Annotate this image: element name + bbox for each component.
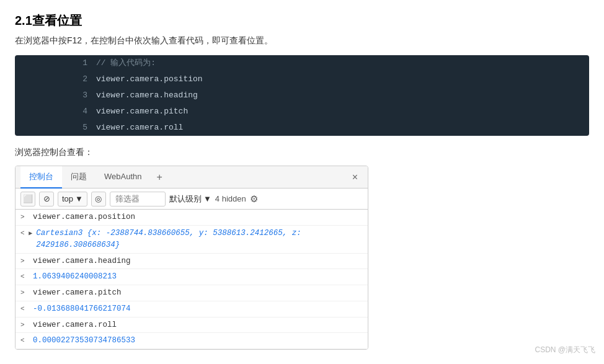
line-number: 2 <box>15 71 94 87</box>
clear-console-button[interactable]: ⬜ <box>20 192 35 206</box>
watermark: CSDN @满天飞飞 <box>535 345 595 355</box>
code-line: viewer.camera.position <box>94 71 589 87</box>
console-arrow-icon: < <box>20 271 29 282</box>
default-level-dropdown[interactable]: 默认级别 ▼ <box>169 193 211 205</box>
code-line: viewer.camera.roll <box>94 120 589 136</box>
tab-issues[interactable]: 问题 <box>62 166 95 189</box>
tab-console[interactable]: 控制台 <box>20 166 62 189</box>
console-line: >viewer.camera.roll <box>16 317 368 334</box>
console-text: viewer.camera.position <box>33 211 363 223</box>
tab-add-button[interactable]: + <box>150 168 168 187</box>
hidden-count: 4 hidden <box>215 194 246 203</box>
console-line: >viewer.camera.heading <box>16 254 368 270</box>
console-text: 1.0639406240008213 <box>33 271 363 283</box>
console-text: viewer.camera.roll <box>33 319 363 331</box>
code-line: viewer.camera.pitch <box>94 104 589 120</box>
console-line: <1.0639406240008213 <box>16 269 368 285</box>
default-level-label: 默认级别 <box>169 193 202 205</box>
line-number: 4 <box>15 104 94 120</box>
console-arrow-icon: < ▶ <box>20 228 32 239</box>
console-arrow-icon: > <box>20 287 29 298</box>
expand-arrow-icon[interactable]: ▶ <box>29 230 32 237</box>
browser-panel: 控制台 问题 WebAuthn + × ⬜ ⊘ top ▼ ◎ 默认级别 ▼ 4… <box>15 166 368 350</box>
close-icon[interactable]: × <box>347 169 363 185</box>
console-text: viewer.camera.heading <box>33 255 363 267</box>
top-dropdown[interactable]: top ▼ <box>58 192 87 206</box>
code-block: 1// 输入代码为:2viewer.camera.position3viewer… <box>15 55 589 136</box>
console-line: >viewer.camera.pitch <box>16 285 368 301</box>
console-toolbar: ⬜ ⊘ top ▼ ◎ 默认级别 ▼ 4 hidden ⚙ <box>16 189 368 210</box>
block-button[interactable]: ⊘ <box>39 192 54 206</box>
line-number: 5 <box>15 120 94 136</box>
filter-input[interactable] <box>110 192 166 206</box>
dropdown-arrow-icon: ▼ <box>75 194 83 203</box>
console-arrow-icon: > <box>20 211 29 223</box>
console-text: 0.00002273530734786533 <box>33 335 363 347</box>
eye-icon-button[interactable]: ◎ <box>91 192 106 206</box>
line-number: 1 <box>15 55 94 71</box>
console-text: viewer.camera.pitch <box>33 287 363 299</box>
console-arrow-icon: < <box>20 303 29 314</box>
console-line: <-0.013688041766217074 <box>16 301 368 317</box>
description-text: 在浏览器中按F12，在控制台中依次输入查看代码，即可查看位置。 <box>15 35 589 47</box>
page-title: 2.1查看位置 <box>15 12 589 29</box>
console-line: < ▶Cartesian3 {x: -2388744.838660655, y:… <box>16 226 368 254</box>
level-dropdown-arrow-icon: ▼ <box>203 194 211 203</box>
settings-gear-icon[interactable]: ⚙ <box>250 193 258 205</box>
code-line: viewer.camera.heading <box>94 87 589 104</box>
console-arrow-icon: > <box>20 255 29 267</box>
console-text: -0.013688041766217074 <box>33 303 363 315</box>
tab-webauthn[interactable]: WebAuthn <box>95 167 150 187</box>
section-label: 浏览器控制台查看： <box>15 147 589 158</box>
code-line: // 输入代码为: <box>94 55 589 71</box>
line-number: 3 <box>15 87 94 104</box>
console-output: >viewer.camera.position< ▶Cartesian3 {x:… <box>16 210 368 349</box>
console-line: <0.00002273530734786533 <box>16 333 368 349</box>
tab-bar: 控制台 问题 WebAuthn + × <box>16 166 368 189</box>
console-text: Cartesian3 {x: -2388744.838660655, y: 53… <box>36 228 363 251</box>
console-arrow-icon: < <box>20 335 29 346</box>
top-label: top <box>62 194 73 203</box>
console-line: >viewer.camera.position <box>16 210 368 226</box>
console-arrow-icon: > <box>20 319 29 331</box>
